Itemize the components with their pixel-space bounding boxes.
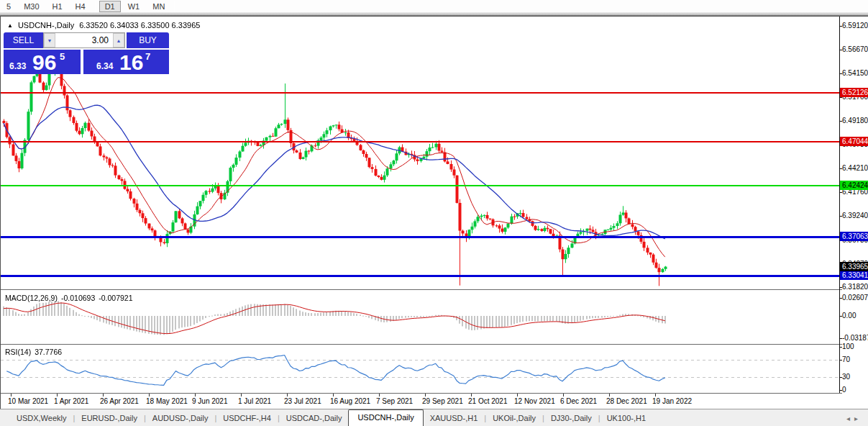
chart-tab-audusddaily[interactable]: AUDUSD-,Daily [146,411,215,426]
date-axis-tick [379,394,380,396]
date-axis-tick [333,394,334,396]
date-axis-label: 9 Jun 2021 [192,397,228,405]
timeframe-buttons: 5M30H1H4D1W1MN [0,0,868,12]
rsi-axis-label: 30 [842,373,868,381]
rsi-indicator-label: RSI(14) 37.7766 [5,348,62,356]
date-axis-label: 21 Oct 2021 [468,397,507,405]
current-price-label: 6.33965 [840,262,868,271]
rsi-axis-label: 0 [842,386,868,394]
macd-value-signal: -0.007921 [99,294,132,302]
timeframe-button-h1[interactable]: H1 [47,1,68,12]
date-axis-tick [563,394,564,396]
buy-button[interactable]: BUY [127,32,169,48]
price-axis-label: 6.59120 [842,22,868,30]
price-axis-label: 6.56670 [842,45,868,54]
timeframe-button-m30[interactable]: M30 [18,1,45,12]
rsi-value: 37.7766 [35,348,62,356]
buy-price-box[interactable]: 6.34 16 7 [83,50,169,74]
date-axis-tick [655,394,656,396]
timeframe-button-w1[interactable]: W1 [122,1,146,12]
chart-tab-xauusdh1[interactable]: XAUUSD-,H1 [424,411,485,426]
price-level-line-6.37063[interactable] [1,236,839,238]
date-axis-label: 16 Aug 2021 [330,397,370,405]
rsi-name: RSI(14) [5,348,31,356]
chart-symbol-label: USDCNH-,Daily [18,21,74,30]
rsi-pane-chart[interactable] [1,345,839,392]
toolbar-separator [174,1,175,12]
tab-scroll-arrows[interactable]: ◂▸ [846,414,862,422]
macd-value-main: -0.010693 [61,294,95,302]
date-axis-label: 19 Jan 2022 [652,397,692,405]
date-axis-label: 29 Sep 2021 [422,397,463,405]
timeframe-button-mn[interactable]: MN [147,1,170,12]
chart-tab-usdxweekly[interactable]: USDX,Weekly [10,411,73,426]
date-axis-tick [11,394,12,396]
price-level-line-6.33041[interactable] [1,275,839,277]
date-axis-label: 18 May 2021 [146,397,188,405]
mt4-application: 5M30H1H4D1W1MN ▲ USDCNH-,Daily 6.33520 6… [0,0,868,426]
date-axis-tick [287,394,288,396]
date-axis-label: 6 Dec 2021 [560,397,597,405]
volume-increase-button[interactable]: ▲ [113,33,124,47]
chart-tab-uk100h1[interactable]: UK100-,H1 [600,411,652,426]
price-level-line-6.42424[interactable] [1,185,839,186]
price-level-line-6.52126[interactable] [1,92,839,94]
chart-tab-ukoildaily[interactable]: UKOil-,Daily [486,411,542,426]
pane-separator-macd-rsi[interactable] [1,344,868,345]
date-axis-label: 23 Jul 2021 [284,397,321,405]
date-axis-label: 1 Jul 2021 [238,397,271,405]
rsi-axis-label: 100 [842,343,868,351]
price-level-label-6.42424: 6.42424 [840,181,868,190]
rsi-axis-label: 70 [842,355,868,364]
volume-decrease-button[interactable]: ▼ [44,33,55,47]
date-axis-label: 28 Dec 2021 [606,397,647,405]
sell-price-box[interactable]: 6.33 96 5 [4,50,81,74]
pane-separator-main-macd[interactable] [1,289,868,290]
one-click-trading-panel: SELL ▼ ▲ BUY 6.33 96 5 6.34 16 7 [4,32,169,74]
chart-tab-usdcaddaily[interactable]: USDCAD-,Daily [280,411,349,426]
macd-name: MACD(12,26,9) [5,294,58,302]
sell-price-main: 96 [32,51,56,74]
buy-price-pip: 7 [145,51,150,62]
price-axis-label: 6.44210 [842,164,868,173]
date-axis-label: 7 Sep 2021 [376,397,413,405]
volume-input[interactable] [55,33,113,47]
tab-scroll-left-icon[interactable]: ◂ [846,414,854,422]
price-level-label-6.37063: 6.37063 [840,232,868,241]
date-axis-tick [517,394,518,396]
price-level-label-6.33041: 6.33041 [840,271,868,280]
macd-axis-label: 0.02607 [842,294,868,302]
date-axis[interactable]: 10 Mar 20211 Apr 202126 Apr 202118 May 2… [1,394,868,409]
timeframe-button-d1[interactable]: D1 [99,1,121,12]
date-axis-tick [471,394,472,396]
tab-scroll-right-icon[interactable]: ▸ [854,414,862,422]
date-axis-tick [241,394,242,396]
timeframe-button-h4[interactable]: H4 [70,1,91,12]
price-axis-label: 6.31820 [842,283,868,291]
chart-ohlc-values: 6.33520 6.34033 6.33500 6.33965 [79,21,200,30]
date-axis-label: 1 Apr 2021 [54,397,88,405]
macd-axis-label: 0.00 [842,312,868,320]
chart-tab-eurusddaily[interactable]: EURUSD-,Daily [75,411,144,426]
sell-button[interactable]: SELL [4,32,43,48]
date-axis-tick [195,394,196,396]
price-level-label-6.47044: 6.47044 [840,137,868,146]
date-axis-label: 26 Apr 2021 [100,397,139,405]
date-axis-tick [103,394,104,396]
volume-spinner: ▼ ▲ [43,32,125,48]
price-level-line-6.47044[interactable] [1,141,839,142]
chart-tab-dj30daily[interactable]: DJ30-,Daily [544,411,598,426]
buy-price-prefix: 6.34 [96,61,113,71]
chart-window: ▲ USDCNH-,Daily 6.33520 6.34033 6.33500 … [0,16,868,409]
toolbar-separator [95,1,96,12]
chart-tab-usdchfh4[interactable]: USDCHF-,H4 [216,411,278,426]
price-axis-label: 6.54150 [842,69,868,78]
chart-tab-usdcnhdaily[interactable]: USDCNH-,Daily [348,409,423,426]
sell-price-prefix: 6.33 [9,61,26,71]
timeframe-button-5[interactable]: 5 [1,1,17,12]
chart-title: ▲ USDCNH-,Daily 6.33520 6.34033 6.33500 … [7,21,200,30]
collapse-triangle-icon[interactable]: ▲ [7,22,13,29]
date-axis-tick [149,394,150,396]
price-level-label-6.52126: 6.52126 [840,88,868,97]
price-axis-label: 6.39240 [842,212,868,220]
